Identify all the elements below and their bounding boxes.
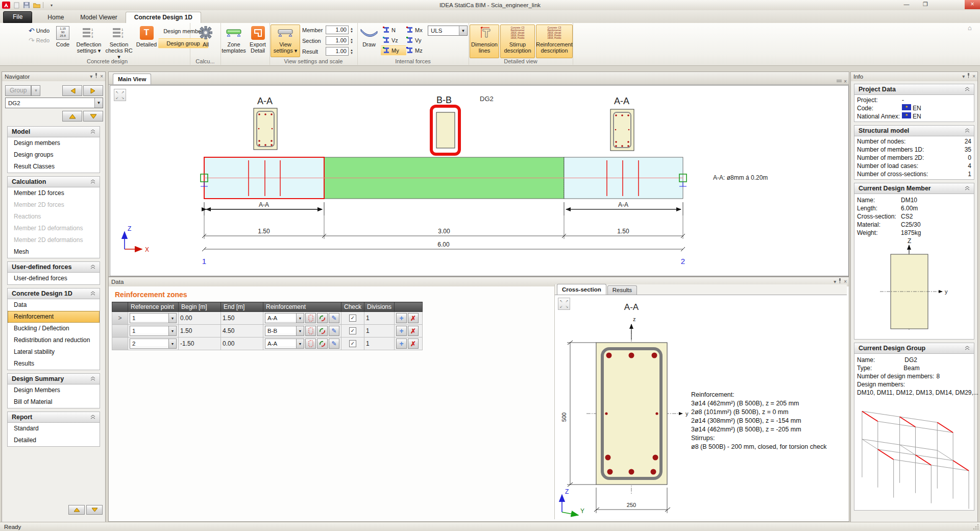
col-check[interactable]: Check	[341, 302, 364, 312]
reference-point-select[interactable]: 2▼	[130, 339, 177, 349]
member-scale-input[interactable]: 1.00▲▼	[326, 26, 355, 34]
stirrup-description-button[interactable]: Concrete: C3Reinforcemer2Φ16, elevati1Φ1…	[500, 25, 535, 58]
copy-reinforcement-icon[interactable]	[317, 326, 328, 336]
nav-item-buckling-deflection[interactable]: Buckling / Deflection	[8, 323, 100, 334]
reinforcement-select[interactable]: A-A▼	[265, 313, 304, 323]
nav-item-design-members[interactable]: Design members	[8, 137, 100, 149]
info-section-current-member[interactable]: Current Design Member	[854, 183, 974, 194]
row-selector[interactable]	[112, 337, 128, 350]
group-selector[interactable]: Group ▼	[5, 85, 40, 96]
close-button[interactable]: ×	[965, 0, 980, 9]
combination-select[interactable]: ULS▼	[428, 26, 468, 36]
zone-template-icon[interactable]	[305, 339, 316, 349]
nav-item-reinforcement[interactable]: Reinforcement	[8, 311, 100, 323]
delete-row-icon[interactable]: ✗	[408, 326, 419, 336]
add-row-icon[interactable]: +	[396, 313, 407, 323]
group-selector-arrow[interactable]: ▼	[31, 85, 40, 96]
begin-cell[interactable]: 1.50	[179, 325, 221, 337]
nav-item-mesh[interactable]: Mesh	[8, 246, 100, 258]
end-cell[interactable]: 1.50	[221, 312, 263, 325]
force-vy-button[interactable]: Vy	[404, 35, 430, 45]
nav-section-concrete-design-1d[interactable]: Concrete Design 1D	[7, 288, 100, 299]
divisions-cell[interactable]: 1	[364, 312, 395, 325]
force-n-button[interactable]: N	[381, 25, 406, 35]
reinforcement-select[interactable]: B-B▼	[265, 326, 304, 336]
export-detail-button[interactable]: Export Detail	[246, 25, 270, 54]
copy-reinforcement-icon[interactable]	[317, 313, 328, 323]
copy-reinforcement-icon[interactable]	[317, 339, 328, 349]
force-my-button[interactable]: My	[381, 45, 406, 56]
nav-item-data[interactable]: Data	[8, 299, 100, 311]
section-preview-aa-right[interactable]	[610, 109, 634, 151]
nav-item-design-members-summary[interactable]: Design Members	[8, 384, 100, 396]
edit-pencil-icon[interactable]: ✎	[329, 339, 339, 349]
tab-file[interactable]: File	[3, 11, 32, 23]
next-item-button[interactable]	[83, 111, 103, 122]
next-group-button[interactable]	[83, 85, 103, 96]
reinforcement-description-button[interactable]: Concrete: C3Reinforcemer2Φ16, elevati1Φ1…	[536, 25, 573, 58]
nav-item-design-groups[interactable]: Design groups	[8, 149, 100, 161]
divisions-cell[interactable]: 1	[364, 337, 395, 350]
col-reinforcement[interactable]: Reinforcement	[263, 302, 341, 312]
collapse-chevron-icon[interactable]	[90, 263, 95, 271]
redo-button[interactable]: ↷ Redo	[27, 35, 52, 45]
view-settings-button[interactable]: View settings ▾	[271, 25, 300, 57]
collapse-chevron-icon[interactable]	[965, 345, 970, 352]
reinforcement-select[interactable]: A-A▼	[265, 339, 304, 349]
force-mz-button[interactable]: Mz	[404, 45, 430, 56]
end-cell[interactable]: 0.00	[221, 337, 263, 350]
tab-model-viewer[interactable]: Model Viewer	[72, 12, 125, 23]
nav-page-down-button[interactable]	[86, 505, 103, 515]
member-scale-spinner[interactable]: ▲▼	[349, 26, 355, 34]
check-checkbox[interactable]: ✓	[349, 340, 356, 347]
collapse-chevron-icon[interactable]	[90, 178, 95, 185]
delete-row-icon[interactable]: ✗	[408, 339, 419, 349]
nav-item-user-defined-forces[interactable]: User-defined forces	[8, 273, 100, 284]
result-scale-spinner[interactable]: ▲▼	[349, 47, 355, 56]
calculate-all-button[interactable]: All	[195, 25, 216, 48]
nav-item-standard-report[interactable]: Standard	[8, 423, 100, 435]
combination-dropdown-arrow[interactable]: ▼	[459, 26, 467, 35]
result-scale-input[interactable]: 1.00▲▼	[326, 47, 355, 56]
end-cell[interactable]: 4.50	[221, 325, 263, 337]
collapse-chevron-icon[interactable]	[965, 86, 970, 93]
nav-item-bill-of-material[interactable]: Bill of Material	[8, 396, 100, 408]
resize-grip[interactable]	[973, 524, 979, 530]
nav-item-redistribution[interactable]: Redistribution and reduction	[8, 334, 100, 346]
edit-pencil-icon[interactable]: ✎	[329, 326, 339, 336]
main-view-close-icon[interactable]: ×	[844, 79, 847, 84]
draw-button[interactable]: Draw	[358, 25, 380, 48]
main-view-dock-icon[interactable]	[837, 79, 842, 84]
nav-section-design-summary[interactable]: Design Summary	[7, 373, 100, 384]
home-icon[interactable]: ⌂	[968, 24, 972, 32]
collapse-chevron-icon[interactable]	[965, 185, 970, 192]
edit-pencil-icon[interactable]: ✎	[329, 313, 339, 323]
prev-group-button[interactable]	[62, 85, 82, 96]
check-checkbox[interactable]: ✓	[349, 315, 356, 322]
begin-cell[interactable]: 0.00	[179, 312, 221, 325]
design-group-combo[interactable]: DG2▼	[5, 98, 103, 108]
nav-page-up-button[interactable]	[68, 505, 85, 515]
nav-section-report[interactable]: Report	[7, 412, 100, 423]
add-row-icon[interactable]: +	[396, 339, 407, 349]
nav-section-model[interactable]: Model	[7, 126, 100, 137]
tab-concrete-design-1d[interactable]: Concrete Design 1D	[126, 12, 201, 23]
collapse-chevron-icon[interactable]	[90, 290, 95, 297]
divisions-cell[interactable]: 1	[364, 325, 395, 337]
nav-item-detailed-report[interactable]: Detailed	[8, 435, 100, 446]
info-section-project-data[interactable]: Project Data	[854, 84, 974, 95]
collapse-chevron-icon[interactable]	[90, 414, 95, 421]
reference-point-select[interactable]: 1▼	[130, 313, 177, 323]
tab-home[interactable]: Home	[39, 12, 72, 23]
info-section-structural-model[interactable]: Structural model	[854, 125, 974, 136]
code-button[interactable]: 1,159025.8 Code	[52, 25, 74, 48]
navigator-close-icon[interactable]: ×	[100, 72, 103, 81]
dimension-lines-button[interactable]: Dimension lines	[470, 25, 499, 58]
undo-button[interactable]: ↶ Undo	[27, 26, 52, 36]
design-group-combo-arrow[interactable]: ▼	[94, 98, 103, 108]
zone-template-icon[interactable]	[305, 313, 316, 323]
tab-cross-section[interactable]: Cross-section	[557, 284, 606, 295]
force-mx-button[interactable]: Mx	[404, 25, 430, 35]
tab-main-view[interactable]: Main View	[113, 74, 151, 84]
navigator-menu-icon[interactable]: ▾	[90, 72, 92, 81]
